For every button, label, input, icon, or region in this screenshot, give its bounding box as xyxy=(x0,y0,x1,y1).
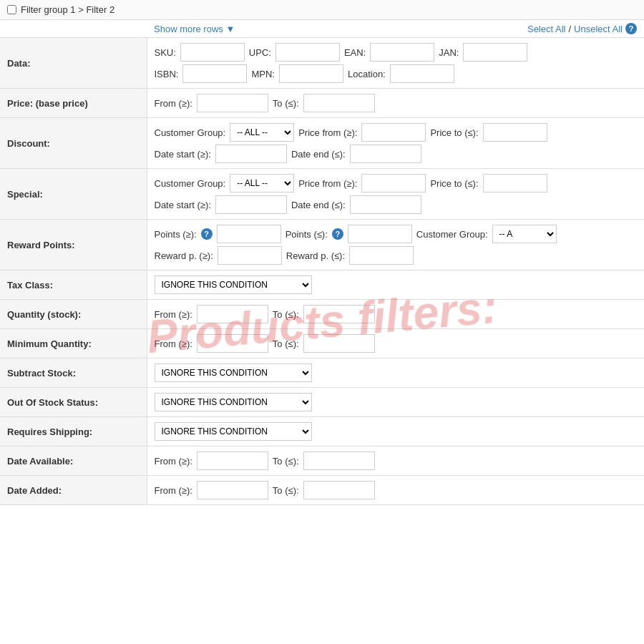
special-de-label: Date end (≤): xyxy=(291,200,346,210)
price-to-input[interactable] xyxy=(303,94,375,112)
discount-pt-label: Price to (≤): xyxy=(430,127,478,138)
min-quantity-range: From (≥): To (≤): xyxy=(155,334,638,353)
filter-group-label[interactable]: Filter group 1 > Filter 2 xyxy=(7,4,114,15)
price-row: Price: (base price) From (≥): To (≤): xyxy=(0,89,644,118)
discount-pf-input[interactable] xyxy=(361,123,426,142)
special-ds-input[interactable] xyxy=(215,195,287,214)
rp-help-icon1[interactable]: ? xyxy=(201,228,213,240)
special-content: Customer Group: -- ALL -- Price from (≥)… xyxy=(147,169,644,220)
help-icon[interactable]: ? xyxy=(625,23,637,34)
da-to-input[interactable] xyxy=(303,452,375,470)
min-quantity-row: Minimum Quantity: From (≥): To (≤): xyxy=(0,329,644,358)
discount-de-input[interactable] xyxy=(350,145,421,163)
date-added-content: From (≥): To (≤): xyxy=(147,476,644,505)
tax-class-select[interactable]: IGNORE THIS CONDITION xyxy=(155,275,312,294)
requires-shipping-select[interactable]: IGNORE THIS CONDITION xyxy=(155,422,312,441)
discount-cg-label: Customer Group: xyxy=(155,127,226,138)
minqty-from-label: From (≥): xyxy=(155,338,192,349)
tax-class-content: IGNORE THIS CONDITION xyxy=(147,270,644,300)
select-all-link[interactable]: Select All xyxy=(527,24,565,34)
special-de-input[interactable] xyxy=(350,195,421,214)
dadd-to-label: To (≤): xyxy=(273,485,299,496)
jan-input[interactable] xyxy=(463,43,527,62)
tax-class-row: Tax Class: IGNORE THIS CONDITION xyxy=(0,270,644,300)
qty-from-input[interactable] xyxy=(197,305,268,323)
rp-lte-input[interactable] xyxy=(348,225,412,243)
discount-ds-input[interactable] xyxy=(215,145,287,163)
dadd-from-input[interactable] xyxy=(197,481,268,499)
rp-help-icon2[interactable]: ? xyxy=(332,228,343,240)
quantity-row: Quantity (stock): From (≥): To (≤): xyxy=(0,300,644,329)
rp-rp-gte-label: Reward p. (≥): xyxy=(155,250,213,261)
show-more-row: Show more rows ▼ Select All / Unselect A… xyxy=(0,20,644,38)
discount-de-label: Date end (≤): xyxy=(291,149,346,160)
isbn-input[interactable] xyxy=(182,64,247,83)
data-row: Data: SKU: UPC: EAN: JAN: ISBN: MPN: xyxy=(0,38,644,89)
out-of-stock-row: Out Of Stock Status: IGNORE THIS CONDITI… xyxy=(0,388,644,417)
rp-rp-gte-input[interactable] xyxy=(218,246,282,265)
discount-ds-label: Date start (≥): xyxy=(155,149,211,160)
out-of-stock-label: Out Of Stock Status: xyxy=(0,388,147,417)
select-all-area: Select All / Unselect All ? xyxy=(527,23,637,34)
page-wrapper: Products filters: Filter group 1 > Filte… xyxy=(0,0,644,505)
ean-input[interactable] xyxy=(370,43,434,62)
discount-label: Discount: xyxy=(0,118,147,169)
price-from-input[interactable] xyxy=(197,94,268,112)
mpn-input[interactable] xyxy=(279,64,343,83)
minqty-to-input[interactable] xyxy=(303,334,375,353)
discount-row: Discount: Customer Group: -- ALL -- Pric… xyxy=(0,118,644,169)
discount-pt-input[interactable] xyxy=(483,123,547,142)
filter-group-checkbox[interactable] xyxy=(7,5,16,14)
discount-cg-select[interactable]: -- ALL -- xyxy=(230,123,294,142)
date-available-label: Date Available: xyxy=(0,447,147,476)
date-added-label: Date Added: xyxy=(0,476,147,505)
special-row: Special: Customer Group: -- ALL -- Price… xyxy=(0,169,644,220)
subtract-stock-label: Subtract Stock: xyxy=(0,358,147,388)
special-pt-input[interactable] xyxy=(483,174,547,192)
filter-group-text: Filter group 1 > Filter 2 xyxy=(21,4,114,15)
upc-input[interactable] xyxy=(275,43,340,62)
dadd-to-input[interactable] xyxy=(303,481,375,499)
price-label: Price: (base price) xyxy=(0,89,147,118)
da-to-label: To (≤): xyxy=(273,456,299,467)
special-pt-label: Price to (≤): xyxy=(430,178,478,189)
special-pf-label: Price from (≥): xyxy=(298,178,357,189)
rp-cg-label: Customer Group: xyxy=(416,229,488,240)
rp-gte-label: Points (≥): xyxy=(155,229,197,240)
location-input[interactable] xyxy=(390,64,454,83)
upc-label: UPC: xyxy=(249,47,271,58)
out-of-stock-select[interactable]: IGNORE THIS CONDITION xyxy=(155,393,312,411)
subtract-stock-select[interactable]: IGNORE THIS CONDITION xyxy=(155,364,312,382)
tax-class-label: Tax Class: xyxy=(0,270,147,300)
minqty-from-input[interactable] xyxy=(197,334,268,353)
reward-line2: Reward p. (≥): Reward p. (≤): xyxy=(155,246,638,265)
qty-to-label: To (≤): xyxy=(273,309,299,320)
quantity-range: From (≥): To (≤): xyxy=(155,305,638,323)
special-cg-select[interactable]: -- ALL -- xyxy=(230,174,294,192)
show-more-link[interactable]: Show more rows ▼ xyxy=(154,24,235,34)
da-from-label: From (≥): xyxy=(155,456,192,467)
special-label: Special: xyxy=(0,169,147,220)
special-cg-label: Customer Group: xyxy=(155,178,226,189)
data-content: SKU: UPC: EAN: JAN: ISBN: MPN: Location: xyxy=(147,38,644,89)
data-label: Data: xyxy=(0,38,147,89)
da-from-input[interactable] xyxy=(197,452,268,470)
qty-to-input[interactable] xyxy=(303,305,375,323)
rp-cg-select[interactable]: -- A xyxy=(492,225,557,243)
unselect-all-link[interactable]: Unselect All xyxy=(574,24,623,34)
reward-points-content: Points (≥): ? Points (≤): ? Customer Gro… xyxy=(147,220,644,270)
sku-input[interactable] xyxy=(180,43,245,62)
rp-gte-input[interactable] xyxy=(217,225,281,243)
price-range: From (≥): To (≤): xyxy=(155,94,638,112)
date-added-range: From (≥): To (≤): xyxy=(155,481,638,499)
data-line1: SKU: UPC: EAN: JAN: xyxy=(155,43,638,62)
date-available-row: Date Available: From (≥): To (≤): xyxy=(0,447,644,476)
discount-line1: Customer Group: -- ALL -- Price from (≥)… xyxy=(155,123,638,142)
rp-rp-lte-input[interactable] xyxy=(349,246,414,265)
sku-label: SKU: xyxy=(155,47,176,58)
special-pf-input[interactable] xyxy=(361,174,426,192)
date-available-content: From (≥): To (≤): xyxy=(147,447,644,476)
min-quantity-content: From (≥): To (≤): xyxy=(147,329,644,358)
subtract-stock-row: Subtract Stock: IGNORE THIS CONDITION xyxy=(0,358,644,388)
ean-label: EAN: xyxy=(344,47,366,58)
